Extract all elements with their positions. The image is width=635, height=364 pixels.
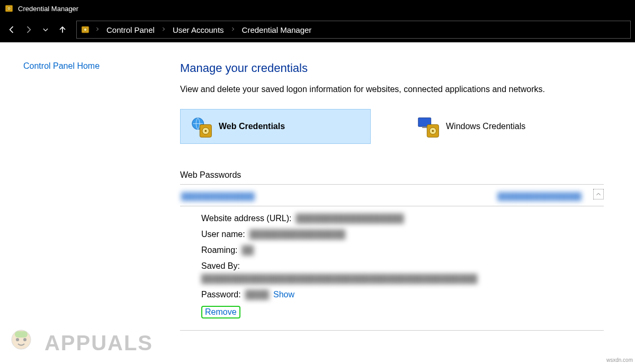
credential-savedby-row: Saved By: ██████████████████████████████… <box>201 261 604 284</box>
section-title: Web Passwords <box>180 170 604 180</box>
windows-credentials-tile[interactable]: Windows Credentials <box>408 109 598 144</box>
content-area: Control Panel Home Manage your credentia… <box>0 42 635 331</box>
nav-back-button[interactable] <box>4 22 19 37</box>
remove-highlight-box: Remove <box>201 306 240 319</box>
globe-vault-icon <box>190 116 211 137</box>
web-credentials-tile[interactable]: Web Credentials <box>180 109 371 144</box>
svg-point-17 <box>23 338 26 341</box>
username-value: ████████████████ <box>249 230 345 239</box>
watermark-logo: APPUALS <box>0 322 153 364</box>
address-icon <box>80 24 91 35</box>
collapse-button[interactable] <box>593 189 604 199</box>
chevron-right-icon[interactable] <box>93 26 102 33</box>
watermark-text: APPUALS <box>44 331 153 354</box>
credential-roaming-row: Roaming: ██ <box>201 245 604 255</box>
roaming-label: Roaming: <box>201 245 237 255</box>
credential-category-tiles: Web Credentials Windows Credentials <box>180 109 604 144</box>
svg-point-16 <box>16 338 19 341</box>
credential-remove-row: Remove <box>201 306 604 319</box>
breadcrumb-user-accounts[interactable]: User Accounts <box>171 24 226 35</box>
savedby-value: ████████████████████████████████████████… <box>201 274 477 284</box>
monitor-vault-icon <box>417 116 439 137</box>
credential-username-row: User name: ████████████████ <box>201 230 604 239</box>
credential-account-name: ████████████████ <box>497 192 582 201</box>
show-password-link[interactable]: Show <box>273 290 294 299</box>
breadcrumb-control-panel[interactable]: Control Panel <box>104 24 157 35</box>
svg-point-4 <box>84 28 87 31</box>
credential-url-row: Website address (URL): █████████████████… <box>201 214 604 223</box>
app-icon <box>4 4 14 13</box>
navigation-bar: Control Panel User Accounts Credential M… <box>0 17 635 42</box>
svg-rect-15 <box>15 331 28 338</box>
breadcrumb-credential-manager[interactable]: Credential Manager <box>240 24 314 35</box>
nav-recent-dropdown[interactable] <box>38 22 53 37</box>
main-panel: Manage your credentials View and delete … <box>159 53 625 331</box>
credential-details: Website address (URL): █████████████████… <box>180 206 604 331</box>
password-value: ████ <box>245 290 269 299</box>
page-title: Manage your credentials <box>180 61 604 75</box>
url-label: Website address (URL): <box>201 214 291 223</box>
svg-point-8 <box>205 130 207 132</box>
page-description: View and delete your saved logon informa… <box>180 85 604 94</box>
nav-forward-button[interactable] <box>21 22 36 37</box>
chevron-right-icon[interactable] <box>159 26 168 33</box>
username-label: User name: <box>201 230 245 239</box>
roaming-value: ██ <box>242 245 254 255</box>
credential-site-name: ██████████████ <box>181 192 255 201</box>
credential-password-row: Password: ████ Show <box>201 290 604 299</box>
sidebar: Control Panel Home <box>0 53 159 331</box>
password-label: Password: <box>201 290 241 299</box>
credential-entry-header[interactable]: ██████████████ ████████████████ <box>180 190 604 206</box>
section-divider <box>180 184 604 185</box>
windows-credentials-label: Windows Credentials <box>446 122 525 131</box>
address-bar[interactable]: Control Panel User Accounts Credential M… <box>76 21 631 39</box>
control-panel-home-link[interactable]: Control Panel Home <box>23 61 100 70</box>
remove-credential-link[interactable]: Remove <box>205 307 237 316</box>
chevron-right-icon[interactable] <box>228 26 238 33</box>
url-value: ██████████████████ <box>296 214 404 223</box>
svg-point-2 <box>8 8 10 9</box>
window-title: Credential Manager <box>18 5 78 13</box>
web-credentials-label: Web Credentials <box>219 122 285 131</box>
savedby-label: Saved By: <box>201 261 240 271</box>
window-titlebar: Credential Manager <box>0 0 635 17</box>
svg-rect-10 <box>422 126 427 128</box>
nav-up-button[interactable] <box>55 22 70 37</box>
svg-point-13 <box>432 130 434 132</box>
attribution-text: wsxdn.com <box>606 357 633 363</box>
